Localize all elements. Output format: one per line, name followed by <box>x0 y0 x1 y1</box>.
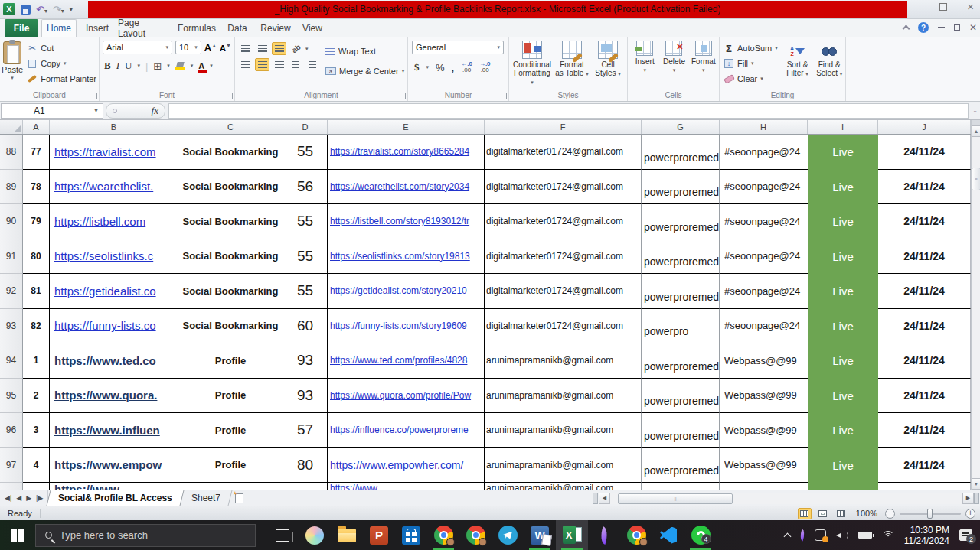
first-sheet-icon[interactable]: ◀| <box>5 494 11 502</box>
cell-b-link[interactable]: https://www.ted.co <box>50 343 178 379</box>
cell-i-live[interactable]: Live <box>808 274 878 309</box>
column-header-f[interactable]: F <box>485 120 642 134</box>
cell-j[interactable]: 24/11/24 <box>878 309 971 344</box>
cell-b-link[interactable]: https://www.quora. <box>50 379 178 414</box>
hyperlink[interactable]: https://listbell.com/story8193012/tr <box>330 216 469 226</box>
cell-c[interactable]: Profile <box>178 413 283 448</box>
hyperlink[interactable]: https://influence.co/powerproreme <box>330 425 469 435</box>
dialog-launcher-icon[interactable] <box>90 93 97 99</box>
cell-f[interactable]: arunimapramanikb@gmail.com <box>485 379 642 414</box>
cell-j[interactable]: 24/11/24 <box>878 135 971 170</box>
cell-i-live[interactable]: Live <box>808 309 878 344</box>
dialog-launcher-icon[interactable] <box>226 93 233 99</box>
scroll-left-icon[interactable]: ◀ <box>599 493 610 504</box>
cell-c[interactable]: Social Bookmarking <box>178 135 283 170</box>
scroll-down-icon[interactable]: ▼ <box>972 478 980 490</box>
cell-g[interactable]: powerproremed <box>642 343 720 379</box>
borders-button[interactable]: ⊞ <box>153 60 162 72</box>
cell-h[interactable]: #seoonpage@24 <box>720 239 808 275</box>
cell-j[interactable]: 24/11/24 <box>878 274 971 309</box>
cell-f[interactable]: digitalmarketer01724@gmail.com <box>485 309 642 344</box>
close-window-icon[interactable]: ✕ <box>969 24 977 31</box>
dialog-launcher-icon[interactable] <box>399 93 406 99</box>
cell-a[interactable]: 4 <box>23 448 50 483</box>
cell-c[interactable]: Social Bookmarking <box>178 170 283 205</box>
hyperlink[interactable]: https://getidealist.co <box>54 285 156 298</box>
dialog-launcher-icon[interactable] <box>500 93 507 99</box>
row-header[interactable]: 97 <box>0 448 23 483</box>
tab-split-handle[interactable] <box>593 493 598 504</box>
cell-h[interactable]: Webpass@@99 <box>720 379 808 414</box>
undo-icon[interactable]: ↶▾ <box>36 4 47 15</box>
name-box[interactable]: A1▼ <box>1 103 103 119</box>
column-header-a[interactable]: A <box>23 120 50 134</box>
expand-formula-bar-icon[interactable]: ⌄ <box>970 107 980 114</box>
cell-b-link[interactable]: https://travialist.com <box>50 135 178 170</box>
row-header[interactable]: 92 <box>0 274 23 309</box>
cell-j[interactable]: 24/11/24 <box>878 204 971 239</box>
tab-view[interactable]: View <box>297 19 328 37</box>
cell-g[interactable]: powerproremed <box>642 379 720 414</box>
last-sheet-icon[interactable]: |▶ <box>36 494 43 502</box>
battery-icon[interactable] <box>858 532 872 539</box>
cell-d[interactable]: 55 <box>283 239 328 275</box>
hyperlink[interactable]: https://www.ted.com/profiles/4828 <box>330 355 467 366</box>
cell-h[interactable]: #seoonpage@24 <box>720 204 808 239</box>
cell-b-link[interactable]: https://funny-lists.co <box>50 309 178 344</box>
orientation-button[interactable]: ab <box>289 42 303 55</box>
page-layout-view-button[interactable] <box>816 508 830 519</box>
decrease-indent-button[interactable] <box>289 58 303 71</box>
search-input[interactable] <box>60 529 228 541</box>
formula-input[interactable] <box>168 103 969 119</box>
cell-h[interactable]: Webpass@@99 <box>720 413 808 448</box>
help-icon[interactable]: ? <box>918 22 929 33</box>
cell-j[interactable] <box>878 483 971 490</box>
column-header-g[interactable]: G <box>642 120 720 134</box>
cell-i-live[interactable]: Live <box>808 204 878 239</box>
tray-app-icon[interactable] <box>815 529 826 541</box>
select-all-corner[interactable] <box>0 120 23 134</box>
cell-i-live[interactable]: Live <box>808 343 878 379</box>
cell-i-live[interactable]: Live <box>808 170 878 205</box>
scroll-up-icon[interactable]: ▲ <box>972 125 980 137</box>
qat-customize-icon[interactable]: ▾ <box>70 6 73 13</box>
cell-d[interactable]: 93 <box>283 343 328 379</box>
grow-font-button[interactable]: A▲ <box>204 42 217 54</box>
taskbar-search[interactable] <box>35 524 256 547</box>
cell-h[interactable] <box>720 483 808 490</box>
format-painter-button[interactable]: Format Painter <box>24 71 99 86</box>
vscode-button[interactable] <box>652 520 684 550</box>
cell-i-live[interactable]: Live <box>808 135 878 170</box>
powerpoint-button[interactable]: P <box>363 520 395 550</box>
next-sheet-icon[interactable]: ▶ <box>26 494 31 502</box>
hyperlink[interactable]: https://www <box>330 483 377 490</box>
cell-c[interactable]: Profile <box>178 343 283 379</box>
zoom-slider[interactable] <box>900 513 961 515</box>
percent-style-button[interactable]: % <box>436 62 445 73</box>
hyperlink[interactable]: https://seolistlinks.c <box>54 249 153 262</box>
cell-a[interactable]: 82 <box>23 309 50 344</box>
cell-e-link[interactable]: https://wearethelist.com/story2034 <box>328 170 485 205</box>
row-header[interactable]: 95 <box>0 379 23 414</box>
cell-j[interactable]: 24/11/24 <box>878 379 971 414</box>
hyperlink[interactable]: https://wearethelist.com/story2034 <box>330 181 469 192</box>
hyperlink[interactable]: https://funny-lists.com/story19609 <box>330 321 467 331</box>
hyperlink[interactable]: https://funny-lists.co <box>54 319 156 332</box>
hyperlink[interactable]: https://getidealist.com/story20210 <box>330 285 467 296</box>
cell-i-live[interactable]: Live <box>808 379 878 414</box>
cell-a[interactable]: 78 <box>23 170 50 205</box>
cell-d[interactable]: 80 <box>283 448 328 483</box>
cell-d[interactable]: 93 <box>283 379 328 414</box>
feather-app-button[interactable] <box>588 520 620 550</box>
cell-g[interactable] <box>642 483 720 490</box>
microsoft-store-button[interactable] <box>395 520 427 550</box>
cell-d[interactable]: 55 <box>283 204 328 239</box>
cell-e-link[interactable]: https://www <box>328 483 485 490</box>
cell-f[interactable]: digitalmarketer01724@gmail.com <box>485 170 642 205</box>
row-header[interactable]: 94 <box>0 343 23 379</box>
hyperlink[interactable]: https://www.empowher.com/ <box>330 459 463 471</box>
name-box-dropdown-icon[interactable]: ▼ <box>93 108 99 113</box>
cell-a[interactable] <box>23 483 50 490</box>
tab-file[interactable]: File <box>5 19 38 37</box>
cell-g[interactable]: powerproremed <box>642 204 720 239</box>
